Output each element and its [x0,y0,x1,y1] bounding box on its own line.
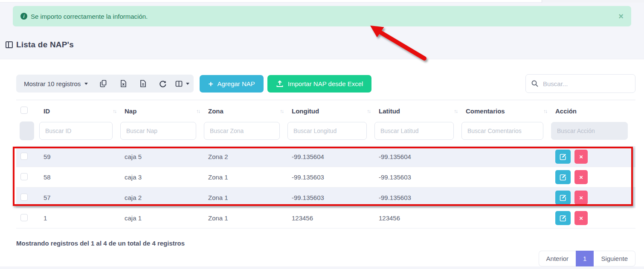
table-info-text: Mostrando registros del 1 al 4 de un tot… [16,240,635,247]
column-header-accion: Acción [551,100,635,121]
file-export-button[interactable] [133,75,153,93]
add-nap-button[interactable]: + Agregar NAP [200,75,263,93]
pagination: Anterior 1 Siguiente [16,251,635,266]
row-checkbox[interactable] [20,153,28,160]
column-visibility-icon [175,80,183,87]
file-export-icon [139,80,147,87]
pagination-page-1-button[interactable]: 1 [576,251,594,266]
refresh-button[interactable] [153,75,172,93]
datatable-buttons-group: Mostrar 10 registros [16,75,194,93]
cell-zona: Zona 1 [204,188,287,208]
edit-icon [559,214,567,222]
excel-export-button[interactable] [113,75,133,93]
upload-icon [276,80,284,87]
delete-button[interactable]: × [574,150,588,164]
alert-close-button[interactable]: × [618,12,624,20]
column-header-comentarios[interactable]: Comentarios↑↓ [461,100,551,121]
column-header-longitud[interactable]: Longitud↑↓ [287,100,374,121]
x-icon: × [579,194,583,201]
edit-button[interactable] [555,191,571,205]
navbar-edge-right [542,0,644,3]
cell-longitud: -99.135604 [287,147,374,167]
delete-button[interactable]: × [574,170,588,184]
table-row: 58 caja 3 Zona 1 -99.135603 -99.135603 × [16,167,635,188]
nap-table-card: Mostrar 10 registros [0,59,644,266]
sort-icon: ↑↓ [113,108,116,114]
info-icon: i [20,13,27,20]
page-title: Lista de NAP's [16,40,74,49]
column-header-zona[interactable]: Zona↑↓ [204,100,287,121]
column-header-nap[interactable]: Nap↑↓ [120,100,204,121]
filter-id-input[interactable] [39,122,113,140]
success-alert: i Se importo correctamente la informació… [13,6,631,26]
chevron-down-icon [186,83,189,85]
row-checkbox[interactable] [20,214,28,221]
cell-comentarios [461,208,551,229]
nap-table: ID↑↓ Nap↑↓ Zona↑↓ Longitud↑↓ Latitud↑↓ C… [16,100,635,229]
filter-zona-input[interactable] [204,122,280,140]
cell-comentarios [461,147,551,167]
import-nap-label: Importar NAP desde Excel [288,80,363,87]
sort-icon: ↑↓ [280,108,283,114]
delete-button[interactable]: × [574,191,588,205]
cell-latitud: -99.135603 [374,167,461,188]
page-header: Lista de NAP's [6,40,644,49]
sort-icon: ↑↓ [196,108,200,114]
cell-latitud: -99.135604 [374,147,461,167]
copy-button[interactable] [94,75,113,93]
pagination-previous-button[interactable]: Anterior [539,251,576,266]
sort-icon: ↑↓ [543,108,547,114]
edit-button[interactable] [555,211,571,225]
edit-icon [559,194,567,202]
cell-zona: Zona 2 [204,147,287,167]
filter-accion-input [551,122,628,140]
row-checkbox[interactable] [20,173,28,180]
copy-icon [100,80,107,87]
cell-latitud: -99.135603 [374,188,461,208]
edit-button[interactable] [555,170,571,184]
filter-comentarios-input[interactable] [461,122,543,140]
cell-longitud: 123456 [287,208,374,229]
excel-export-icon [120,80,127,87]
import-nap-button[interactable]: Importar NAP desde Excel [267,75,371,93]
cell-id: 57 [39,188,120,208]
cell-id: 59 [39,147,120,167]
column-visibility-button[interactable] [172,75,192,93]
add-nap-label: Agregar NAP [217,80,255,87]
row-checkbox[interactable] [20,194,28,201]
table-row: 57 caja 2 Zona 1 -99.135603 -99.135603 × [16,188,635,208]
cell-longitud: -99.135603 [287,188,374,208]
cell-id: 58 [39,167,120,188]
table-toolbar: Mostrar 10 registros [16,74,635,93]
table-layout-icon [6,41,13,48]
table-row: 1 caja 1 Zona 1 123456 123456 × [16,208,635,229]
alert-message: Se importo correctamente la información. [31,13,148,20]
navbar-edge [0,0,644,3]
cell-zona: Zona 1 [204,167,287,188]
column-header-latitud[interactable]: Latitud↑↓ [374,100,461,121]
cell-nap: caja 1 [120,208,204,229]
show-entries-dropdown[interactable]: Mostrar 10 registros [18,75,94,93]
cell-latitud: 123456 [374,208,461,229]
filter-latitud-input[interactable] [374,122,454,140]
cell-nap: caja 3 [120,167,204,188]
delete-button[interactable]: × [574,211,588,225]
search-input[interactable] [543,80,630,87]
cell-nap: caja 5 [120,147,204,167]
search-icon [531,80,539,87]
filter-longitud-input[interactable] [287,122,367,140]
table-row: 59 caja 5 Zona 2 -99.135604 -99.135604 × [16,147,635,167]
x-icon: × [579,174,583,181]
cell-comentarios [461,167,551,188]
table-header-row: ID↑↓ Nap↑↓ Zona↑↓ Longitud↑↓ Latitud↑↓ C… [16,100,635,121]
select-all-checkbox[interactable] [20,107,28,114]
cell-id: 1 [39,208,120,229]
chevron-down-icon [84,83,88,85]
edit-button[interactable] [555,150,571,164]
cell-nap: caja 2 [120,188,204,208]
plus-icon: + [208,80,213,88]
pagination-next-button[interactable]: Siguiente [594,251,635,266]
column-header-id[interactable]: ID↑↓ [39,100,120,121]
table-filter-row [16,121,635,147]
filter-nap-input[interactable] [120,122,196,140]
